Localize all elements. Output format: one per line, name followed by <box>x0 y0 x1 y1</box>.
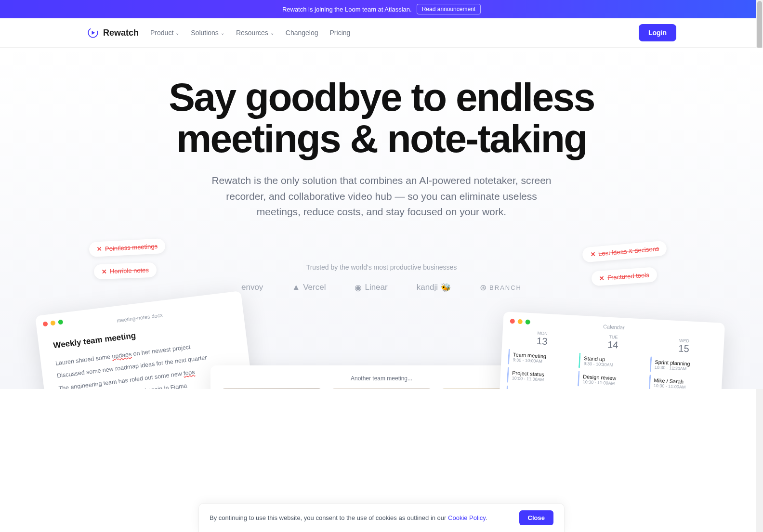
announcement-banner: Rewatch is joining the Loom team at Atla… <box>0 0 763 18</box>
chevron-down-icon: ⌄ <box>175 30 179 36</box>
trusted-logos: envoy ▲Vercel ◉Linear kandji🐝 ⊛BRANCH <box>0 283 763 293</box>
nav-product[interactable]: Product⌄ <box>150 29 179 37</box>
logo-envoy: envoy <box>241 283 263 292</box>
video-grid: ME MUTED Taking notes 📝 <box>220 389 543 389</box>
pill-lost-ideas: ✕Lost ideas & decisons <box>582 240 668 262</box>
calendar-columns: MON13Team meeting9:30 - 10:00AMProject s… <box>504 329 717 389</box>
x-icon: ✕ <box>102 268 107 275</box>
nav-changelog[interactable]: Changelog <box>286 29 318 37</box>
x-icon: ✕ <box>97 246 103 253</box>
participant-video <box>220 389 323 389</box>
calendar-event: Mike / Sarah10:30 - 11:00AM <box>648 375 715 389</box>
calendar-event: Team meeting9:30 - 10:00AM <box>508 349 575 368</box>
brand-name: Rewatch <box>103 28 139 38</box>
branch-icon: ⊛ <box>480 283 487 293</box>
chevron-down-icon: ⌄ <box>221 30 224 36</box>
calendar-day-column: WED15Sprint planning10:30 - 11:30AMMike … <box>645 337 717 389</box>
brand-logo[interactable]: Rewatch <box>87 26 139 39</box>
calendar-event: Design review10:30 - 11:00AM <box>578 371 645 389</box>
nav-solutions[interactable]: Solutions⌄ <box>191 29 224 37</box>
login-button[interactable]: Login <box>639 24 676 41</box>
read-announcement-button[interactable]: Read announcement <box>417 4 481 14</box>
circle-icon: ◉ <box>355 283 362 293</box>
window-traffic-lights <box>510 319 530 324</box>
hero-section: Say goodbye to endless meetings & note-t… <box>0 48 763 389</box>
calendar-event: Project status10:00 - 11:00AM <box>507 367 574 386</box>
main-nav: Product⌄ Solutions⌄ Resources⌄ Changelog… <box>150 29 639 37</box>
pill-horrible-notes: ✕Horrible notes <box>93 262 157 280</box>
hero-subtitle: Rewatch is the only solution that combin… <box>203 173 560 220</box>
triangle-icon: ▲ <box>292 283 300 292</box>
bee-icon: 🐝 <box>441 283 451 293</box>
calendar-event: Stand up9:30 - 10:30AM <box>579 352 645 371</box>
x-icon: ✕ <box>599 274 605 282</box>
meeting-title: Another team meeting... <box>220 375 543 382</box>
svg-marker-1 <box>92 31 95 35</box>
chevron-down-icon: ⌄ <box>270 30 274 36</box>
hero-title: Say goodbye to endless meetings & note-t… <box>141 77 622 159</box>
nav-pricing[interactable]: Pricing <box>330 29 351 37</box>
calendar-event: Sprint planning10:30 - 11:30AM <box>649 356 716 375</box>
x-icon: ✕ <box>590 250 595 258</box>
calendar-event: Mike / Conor11:00 - 11:30AM <box>506 386 573 389</box>
nav-resources[interactable]: Resources⌄ <box>236 29 274 37</box>
site-header: Rewatch Product⌄ Solutions⌄ Resources⌄ C… <box>0 18 763 48</box>
pill-pointless-meetings: ✕Pointless meetings <box>89 238 166 257</box>
participant-video <box>330 389 433 389</box>
logo-kandji: kandji🐝 <box>417 283 451 293</box>
logo-linear: ◉Linear <box>355 283 387 293</box>
logo-vercel: ▲Vercel <box>292 283 326 292</box>
announcement-text: Rewatch is joining the Loom team at Atla… <box>282 6 412 13</box>
calendar-day-column: TUE14Stand up9:30 - 10:30AMDesign review… <box>575 333 646 389</box>
rewatch-logo-icon <box>87 26 99 39</box>
logo-branch: ⊛BRANCH <box>480 283 522 293</box>
calendar-card: Calendar MON13Team meeting9:30 - 10:00AM… <box>497 311 725 389</box>
calendar-day-column: MON13Team meeting9:30 - 10:00AMProject s… <box>504 329 576 389</box>
